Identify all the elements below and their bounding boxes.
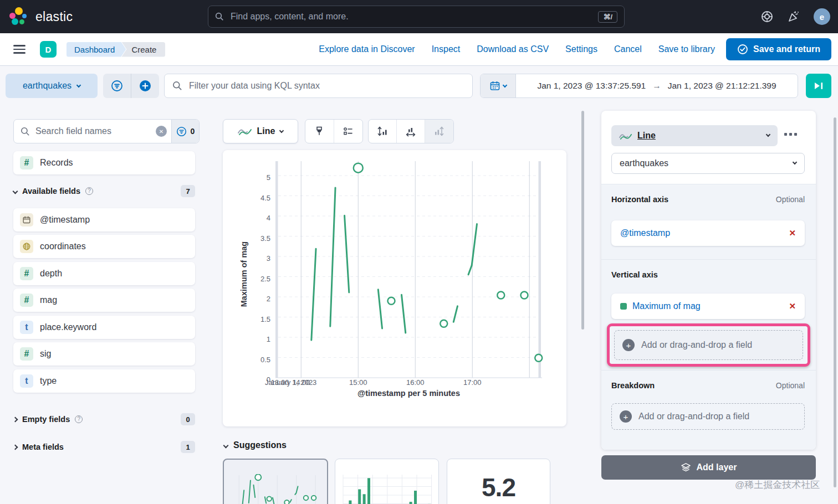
y-tick-label: 3.5 [237,234,270,243]
empty-fields-label: Empty fields [22,415,70,424]
add-layer-button[interactable]: Add layer [601,455,816,480]
menu-icon[interactable] [13,45,25,54]
hash-icon: # [20,294,33,307]
toolbar-links: Explore data in Discover Inspect Downloa… [319,44,715,54]
question-icon: ? [75,415,83,423]
legend-button[interactable] [334,120,363,143]
series-color-dot [620,303,627,310]
vertical-axis-title: Vertical axis [611,270,658,279]
left-axis-button[interactable] [369,120,397,143]
chart-type-label: Line [257,126,275,136]
field-item-place-keyword[interactable]: t place.keyword [13,316,195,339]
link-save-to-library[interactable]: Save to library [658,44,715,54]
link-download-csv[interactable]: Download as CSV [477,44,549,54]
apply-icon [814,81,824,90]
field-search-input[interactable] [34,126,151,137]
breakdown-drop-target[interactable]: + Add or drag-and-drop a field [611,403,805,430]
field-item-sig[interactable]: # sig [13,342,195,366]
add-filter-button[interactable] [131,74,159,98]
date-from[interactable]: Jan 1, 2023 @ 13:37:25.591 [537,81,646,91]
shortcut-badge: ⌘/ [598,11,617,23]
layer-chart-type-select[interactable]: Line [611,125,778,146]
link-explore-discover[interactable]: Explore data in Discover [319,44,415,54]
date-picker-menu-button[interactable] [481,74,516,97]
data-view-picker[interactable]: earthquakes [6,74,98,98]
question-icon: ? [85,187,93,195]
vertical-axis-header: Vertical axis [611,270,805,279]
field-filter-button[interactable]: 0 [171,120,199,143]
suggestion-card-metric[interactable]: 5.2 [447,459,550,504]
meta-fields-count: 1 [181,441,195,453]
empty-fields-count: 0 [181,413,195,425]
y-tick-label: 3 [237,254,270,263]
chevron-down-icon [279,128,284,132]
x-tick-label: 15:00 [349,378,367,387]
link-settings[interactable]: Settings [565,44,597,54]
help-icon[interactable] [760,10,774,23]
filter-list-button[interactable] [103,74,131,98]
globe-icon [20,240,33,253]
field-item-coordinates[interactable]: coordinates [13,235,195,258]
field-item-depth[interactable]: # depth [13,262,195,285]
available-fields-toggle[interactable]: Available fields ? 7 [13,184,195,198]
visual-options-button[interactable] [305,120,334,143]
search-icon [215,12,224,21]
field-item-mag[interactable]: # mag [13,289,195,312]
suggestions-label: Suggestions [233,440,287,450]
y-tick-label: 2.5 [237,275,270,283]
breadcrumb-dashboard[interactable]: Dashboard [67,42,126,57]
link-cancel[interactable]: Cancel [614,44,642,54]
suggestion-card-bar[interactable] [335,459,439,504]
global-search-input[interactable] [229,11,592,22]
app-toolbar: D Dashboard Create Explore data in Disco… [0,33,838,66]
update-query-button[interactable] [806,74,831,98]
vertical-axis-dimension[interactable]: Maximum of mag ✕ [611,294,805,319]
space-badge[interactable]: D [40,41,57,58]
calendar-icon [490,81,500,91]
avatar[interactable]: e [814,8,830,25]
add-field-label: Add or drag-and-drop a field [638,412,749,421]
kql-input[interactable] [188,80,464,91]
meta-fields-toggle[interactable]: Meta fields 1 [13,440,195,454]
plus-circle-icon [139,80,151,92]
field-item-timestamp[interactable]: @timestamp [13,208,195,232]
news-icon[interactable] [787,10,800,23]
layer-options-icon[interactable] [784,133,797,136]
remove-dimension-icon[interactable]: ✕ [789,301,796,311]
field-label: place.keyword [40,322,96,332]
panel-scrollbar[interactable] [834,117,836,487]
brush-icon [314,126,324,136]
chevron-down-icon [76,83,81,87]
text-icon: t [20,321,33,334]
horizontal-axis-dimension[interactable]: @timestamp ✕ [611,220,805,246]
remove-dimension-icon[interactable]: ✕ [789,228,796,238]
optional-label: Optional [776,381,805,390]
save-and-return-button[interactable]: Save and return [726,38,831,60]
line-chart-icon [619,132,632,140]
breakdown-title: Breakdown [611,381,655,390]
chart-type-select[interactable]: Line [223,119,298,143]
field-label: sig [40,349,51,359]
date-to[interactable]: Jan 1, 2023 @ 21:12:21.399 [668,81,776,91]
layer-data-view-select[interactable]: earthquakes [611,153,805,174]
suggestions-toggle[interactable]: Suggestions [224,440,287,450]
workspace-scrollbar[interactable] [581,111,584,330]
link-inspect[interactable]: Inspect [432,44,461,54]
filter-controls [103,74,159,98]
add-field-drop-target[interactable]: + Add or drag-and-drop a field [614,330,803,360]
elastic-logo-icon[interactable] [9,7,29,27]
records-label: Records [40,158,73,168]
layer-data-view-label: earthquakes [620,158,668,168]
layer-chart-type-label: Line [637,131,656,141]
chevron-down-icon [793,160,797,164]
field-item-type[interactable]: t type [13,369,195,393]
suggestion-card-current[interactable] [223,459,328,504]
global-search[interactable]: ⌘/ [208,6,625,28]
arrow-right-icon: → [652,81,661,91]
empty-fields-toggle[interactable]: Empty fields ? 0 [13,413,195,426]
bottom-axis-button[interactable] [397,120,425,143]
field-search: ✕ 0 [13,119,200,143]
records-field-item[interactable]: # Records [13,151,195,174]
clear-icon[interactable]: ✕ [156,126,167,137]
check-circle-icon [737,44,748,55]
